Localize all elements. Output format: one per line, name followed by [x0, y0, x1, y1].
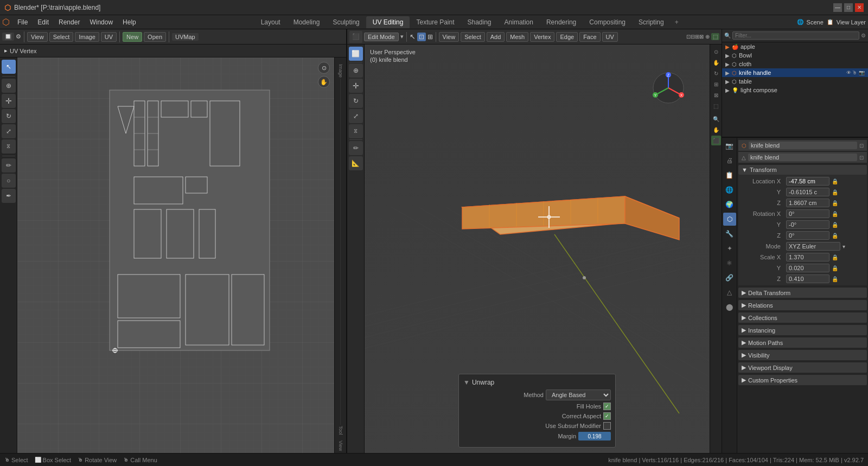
- vp-tool-box-select[interactable]: ⬜: [349, 47, 363, 61]
- prop-tab-view-layer[interactable]: 📋: [723, 169, 736, 182]
- uv-new-button[interactable]: New: [123, 32, 142, 42]
- titlebar-controls[interactable]: — □ ✕: [833, 3, 864, 12]
- vp-rtool-5[interactable]: ⊠: [711, 90, 721, 100]
- vp-tool-select[interactable]: ↖: [410, 33, 416, 41]
- vp-mode-chevron[interactable]: ▾: [400, 33, 404, 40]
- uv-view-strip[interactable]: View: [338, 441, 343, 451]
- outliner-item-knife-handle[interactable]: ▶ ⬡ knife handle 👁 🖱 📷: [722, 68, 868, 77]
- vp-tool-annotate2[interactable]: ✏: [349, 141, 363, 155]
- loc-x-lock[interactable]: 🔒: [832, 178, 838, 184]
- uv-uv-menu[interactable]: UV: [101, 32, 117, 42]
- minimize-button[interactable]: —: [833, 3, 842, 12]
- tool-rotate[interactable]: ↻: [2, 109, 16, 123]
- menu-help[interactable]: Help: [118, 17, 141, 27]
- uv-zoom-to-fit[interactable]: ⊙: [318, 62, 330, 74]
- instancing-header[interactable]: ▶ Instancing: [738, 325, 867, 335]
- viewport-display-header[interactable]: ▶ Viewport Display: [738, 362, 867, 373]
- prop-obj-settings[interactable]: ⊡: [859, 143, 864, 149]
- unwrap-subsurf-checkbox[interactable]: [603, 422, 611, 430]
- loc-x-value[interactable]: -47.58 cm: [786, 177, 829, 186]
- tool-annotate2[interactable]: ○: [2, 174, 16, 188]
- tab-add[interactable]: +: [671, 16, 683, 28]
- prop-tab-world[interactable]: 🌍: [723, 198, 736, 211]
- relations-header[interactable]: ▶ Relations: [738, 300, 867, 310]
- tab-uv-editing[interactable]: UV Editing: [366, 16, 410, 28]
- prop-tab-particles[interactable]: ✦: [723, 242, 736, 255]
- vp-tool-measure[interactable]: 📐: [349, 156, 363, 170]
- outliner-item-bowl[interactable]: ▶ ⬡ Bowl: [722, 51, 868, 60]
- collections-header[interactable]: ▶ Collections: [738, 312, 867, 323]
- outliner-item-cloth[interactable]: ▶ ⬡ cloth: [722, 60, 868, 68]
- prop-tab-physics[interactable]: ⚛: [723, 257, 736, 270]
- prop-tab-data[interactable]: △: [723, 286, 736, 299]
- menu-edit[interactable]: Edit: [33, 17, 53, 27]
- tool-annotate[interactable]: ✏: [2, 158, 16, 173]
- uv-view-menu[interactable]: View: [27, 32, 48, 42]
- vp-overlay-icon[interactable]: ⊕: [705, 34, 710, 40]
- outliner-item-apple[interactable]: ▶ 🍎 apple: [722, 42, 868, 51]
- tool-move[interactable]: ✛: [2, 94, 16, 108]
- loc-y-lock[interactable]: 🔒: [832, 189, 838, 195]
- loc-y-value[interactable]: -0.61015 c: [786, 188, 829, 196]
- vp-tool-move2[interactable]: ✛: [349, 79, 363, 93]
- vp-rtool-1[interactable]: ⊙: [711, 47, 721, 56]
- vp-rtool-3[interactable]: ↻: [711, 68, 721, 78]
- tab-animation[interactable]: Animation: [498, 16, 540, 28]
- outliner-item-light-compose[interactable]: ▶ 💡 light compose: [722, 86, 868, 94]
- tab-rendering[interactable]: Rendering: [540, 16, 583, 28]
- unwrap-correctaspect-checkbox[interactable]: ✓: [603, 412, 611, 420]
- prop-tab-scene[interactable]: 🌐: [723, 183, 736, 196]
- prop-tab-material[interactable]: ⬤: [723, 301, 736, 314]
- vp-xray-icon[interactable]: ⬚: [711, 33, 719, 40]
- prop-tab-modifiers[interactable]: 🔧: [723, 227, 736, 240]
- vp-face-menu[interactable]: Face: [579, 32, 600, 42]
- rot-z-value[interactable]: 0°: [786, 231, 829, 240]
- vp-tool-transform2[interactable]: ⧖: [349, 124, 363, 138]
- vp-rtool-7[interactable]: 🔍: [711, 114, 721, 124]
- tab-scripting[interactable]: Scripting: [632, 16, 671, 28]
- uv-open-button[interactable]: Open: [144, 32, 166, 42]
- vp-tool-rotate2[interactable]: ↻: [349, 94, 363, 108]
- vp-tool-other[interactable]: ⊞: [427, 33, 433, 41]
- prop-tab-object[interactable]: ⬡: [723, 213, 736, 226]
- unwrap-margin-value[interactable]: 0.198: [578, 432, 611, 441]
- visibility-header[interactable]: ▶ Visibility: [738, 350, 867, 360]
- unwrap-method-select[interactable]: Angle Based Conformal: [546, 390, 611, 400]
- vp-rtool-9[interactable]: ⬛: [711, 136, 721, 145]
- scale-y-value[interactable]: 0.020: [786, 264, 829, 272]
- mode-chevron[interactable]: ▾: [843, 244, 845, 250]
- delta-transform-header[interactable]: ▶ Delta Transform: [738, 288, 867, 298]
- transform-header[interactable]: ▼ Transform: [738, 165, 867, 175]
- tool-cursor[interactable]: ⊕: [2, 79, 16, 93]
- prop-data-settings[interactable]: ⊡: [859, 155, 864, 161]
- tab-layout[interactable]: Layout: [254, 16, 287, 28]
- uv-pan-icon[interactable]: ✋: [318, 76, 330, 88]
- loc-z-lock[interactable]: 🔒: [832, 200, 838, 206]
- vp-add-menu[interactable]: Add: [487, 32, 505, 42]
- scale-x-lock[interactable]: 🔒: [832, 254, 838, 260]
- vp-rtool-2[interactable]: ✋: [711, 58, 721, 67]
- tab-texture-paint[interactable]: Texture Paint: [410, 16, 461, 28]
- tab-compositing[interactable]: Compositing: [583, 16, 632, 28]
- prop-tab-constraints[interactable]: 🔗: [723, 271, 736, 284]
- tool-scale[interactable]: ⤢: [2, 124, 16, 138]
- vp-tool-active[interactable]: ⊡: [417, 33, 426, 41]
- prop-object-name[interactable]: knife blend: [749, 142, 857, 149]
- blender-menu-logo[interactable]: ⬡: [2, 17, 10, 27]
- uv-map-label[interactable]: UVMap: [172, 33, 199, 41]
- scale-z-lock[interactable]: 🔒: [832, 276, 838, 282]
- vp-edge-menu[interactable]: Edge: [556, 32, 578, 42]
- viewport-canvas[interactable]: User Perspective (0) knife blend: [365, 44, 710, 453]
- tool-transform[interactable]: ⧖: [2, 139, 16, 154]
- uv-select-menu[interactable]: Select: [49, 32, 74, 42]
- outliner-options[interactable]: ⚙: [861, 33, 866, 39]
- tab-sculpting[interactable]: Sculpting: [326, 16, 366, 28]
- vp-rtool-4[interactable]: ⊞: [711, 79, 721, 89]
- rot-z-lock[interactable]: 🔒: [832, 233, 838, 239]
- unwrap-collapse-icon[interactable]: ▼: [463, 379, 470, 386]
- menu-render[interactable]: Render: [54, 17, 84, 27]
- prop-tab-output[interactable]: 🖨: [723, 154, 736, 167]
- uv-image-strip[interactable]: Image: [338, 64, 343, 78]
- vp-shading-icons[interactable]: ⊡⊟⊞⊠: [686, 34, 704, 40]
- uv-image-menu[interactable]: Image: [75, 32, 99, 42]
